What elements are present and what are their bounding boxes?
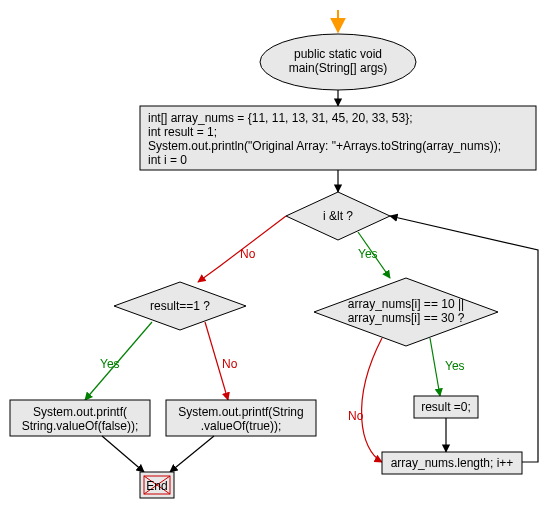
node-result-0-text: result =0; xyxy=(421,400,471,414)
node-main: public static void main(String[] args) xyxy=(260,34,416,90)
node-main-line1: public static void xyxy=(294,47,382,61)
edge-printtrue-end xyxy=(170,436,214,472)
node-print-false-line2: String.valueOf(false)); xyxy=(22,419,139,433)
node-print-true-line1: System.out.printf(String xyxy=(178,405,303,419)
edge-resulteq1-yes-label: Yes xyxy=(100,357,120,371)
node-check-elem-line2: array_nums[i] == 30 ? xyxy=(348,311,465,325)
node-increment-text: array_nums.length; i++ xyxy=(391,456,514,470)
node-print-false: System.out.printf( String.valueOf(false)… xyxy=(10,400,150,436)
node-print-true-line2: .valueOf(true)); xyxy=(201,419,282,433)
node-increment: array_nums.length; i++ xyxy=(382,452,522,474)
node-init-line1: int[] array_nums = {11, 11, 13, 31, 45, … xyxy=(148,111,413,125)
edge-checkelem-no xyxy=(362,338,382,462)
node-init-line4: int i = 0 xyxy=(148,153,187,167)
node-print-true: System.out.printf(String .valueOf(true))… xyxy=(166,400,316,436)
edge-ilt-no-label: No xyxy=(240,247,256,261)
node-init-line2: int result = 1; xyxy=(148,125,217,139)
node-init: int[] array_nums = {11, 11, 13, 31, 45, … xyxy=(140,106,536,170)
edge-ilt-yes-label: Yes xyxy=(358,247,378,261)
flowchart-canvas: public static void main(String[] args) i… xyxy=(0,0,546,518)
node-result-eq1: result==1 ? xyxy=(114,282,246,330)
edge-checkelem-yes-label: Yes xyxy=(445,359,465,373)
node-end-text: End xyxy=(146,479,167,493)
edge-resulteq1-no-label: No xyxy=(222,357,238,371)
node-i-lt-text: i &lt ? xyxy=(323,209,353,223)
node-check-elem: array_nums[i] == 10 || array_nums[i] == … xyxy=(314,278,498,346)
node-i-lt: i &lt ? xyxy=(286,192,390,240)
edge-checkelem-yes xyxy=(430,338,440,396)
node-check-elem-line1: array_nums[i] == 10 || xyxy=(348,297,464,311)
edge-checkelem-no-label: No xyxy=(348,409,364,423)
node-print-false-line1: System.out.printf( xyxy=(33,405,127,419)
node-main-line2: main(String[] args) xyxy=(289,61,388,75)
node-result-eq1-text: result==1 ? xyxy=(150,299,210,313)
edge-printfalse-end xyxy=(102,436,144,472)
node-end: End xyxy=(140,472,174,498)
node-result-0: result =0; xyxy=(414,396,478,418)
node-init-line3: System.out.println("Original Array: "+Ar… xyxy=(148,139,501,153)
